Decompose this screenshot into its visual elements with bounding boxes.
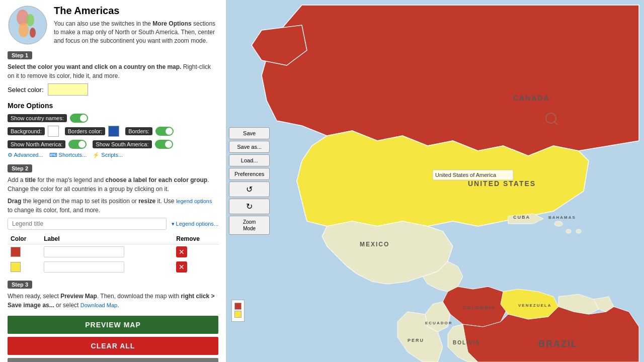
label-input-1[interactable] [44,246,124,257]
cuba-label: CUBA [513,215,530,220]
bahamas-path[interactable] [554,221,562,226]
borders-item: Borders: [125,127,174,136]
bolivia-label: BOLIVIA [453,340,480,345]
show-north-america-toggle[interactable] [68,140,87,149]
step2-instruction2: Drag the legend on the map to set its po… [8,197,218,215]
us-label: UNITED STATES [468,179,536,188]
color-cell-1 [8,244,41,260]
scripts-link[interactable]: ⚡ Scripts... [93,152,123,158]
remove-btn-2[interactable]: ✕ [176,261,187,273]
load-button[interactable]: Load... [229,154,270,166]
background-label: Background: [8,127,45,135]
table-row: ✕ [8,244,218,260]
save-upload-button[interactable]: SAVE – UPLOAD MAP CONFIGURATION [8,358,218,362]
col-label: Label [41,234,173,244]
haiti-path[interactable] [566,229,571,233]
remove-cell-1: ✕ [173,244,218,260]
preferences-button[interactable]: Preferences [229,168,270,180]
redo-button[interactable]: ↻ [229,199,270,214]
advanced-link[interactable]: ⚙ Advanced... [8,152,43,158]
color-select-label: Select color: [8,86,44,94]
more-options-section: More Options Show country names: Backgro… [8,102,218,158]
colombia-label: COLOMBIA [463,305,496,310]
label-input-2[interactable] [44,261,124,273]
shortcuts-link[interactable]: ⌨ Shortcuts... [49,152,87,158]
borders-toggle[interactable] [155,127,174,136]
step1-instruction: Select the color you want and click on a… [8,62,218,80]
legend-swatch-yellow [234,311,242,318]
preview-map-button[interactable]: PREVIEW MAP [8,316,218,334]
step2-badge: Step 2 [8,164,32,172]
background-item: Background: [8,126,59,137]
remove-cell-2: ✕ [173,259,218,275]
borders-color-label: Borders color: [65,127,105,135]
mexico-label: MEXICO [360,241,389,248]
color-table: Color Label Remove ✕ [8,234,218,275]
remove-btn-1[interactable]: ✕ [176,246,187,257]
borders-color-item: Borders color: [65,126,119,137]
show-north-america-label: Show North America: [8,140,65,148]
undo-button[interactable]: ↺ [229,182,270,197]
header-section: The Americas You can also use the switch… [8,5,218,45]
tooltip-text: United States of America [435,172,497,178]
color-picker[interactable] [48,83,88,96]
show-north-america-item: Show North America: [8,140,87,149]
show-country-names-toggle[interactable] [70,114,88,123]
table-row: ✕ [8,259,218,275]
bg-borders-row: Background: Borders color: Borders: [8,126,218,137]
brazil-label: BRAZIL [538,339,578,349]
dr-path[interactable] [576,229,581,233]
page-title: The Americas [54,5,218,17]
borders-color-btn[interactable] [108,126,119,137]
color-cell-2 [8,259,41,275]
country-names-row: Show country names: [8,114,218,123]
svg-point-4 [30,28,36,38]
left-panel: The Americas You can also use the switch… [0,0,226,362]
peru-label: PERU [408,338,424,343]
show-country-names-label: Show country names: [8,114,67,122]
zoom-mode-button[interactable]: ZoomMode [229,216,270,235]
legend-title-input[interactable] [8,218,167,230]
save-button[interactable]: Save [229,127,270,139]
show-south-america-item: Show South America: [93,140,173,149]
globe-icon [8,5,48,45]
borders-label: Borders: [125,127,152,135]
legend-item-yellow [234,311,242,318]
step2-instruction1: Add a title for the map's legend and cho… [8,175,218,194]
svg-point-3 [19,23,29,37]
legend-options-inline-link[interactable]: legend options [176,198,212,204]
americas-map[interactable]: CANADA UNITED STATES MEXICO CUBA BAHAMAS… [226,0,644,362]
canada-label: CANADA [513,94,550,102]
bahamas-label: BAHAMAS [548,215,576,220]
svg-point-2 [26,14,34,26]
step1-section: Step 1 Select the color you want and cli… [8,51,218,96]
background-color-btn[interactable] [48,126,59,137]
legend-options-link[interactable]: ▾ Legend options... [172,221,218,227]
map-side-buttons: Save Save as... Load... Preferences ↺ ↻ … [226,125,272,237]
legend-swatch-red [234,303,242,310]
step3-section: Step 3 When ready, select Preview Map. T… [8,281,218,310]
legend-title-row: ▾ Legend options... [8,218,218,230]
ecuador-label: ECUADOR [425,321,452,325]
map-legend[interactable] [231,300,245,322]
save-as-button[interactable]: Save as... [229,141,270,153]
north-south-row: Show North America: Show South America: [8,140,218,149]
color-select-row: Select color: [8,83,218,96]
svg-point-0 [9,6,47,44]
step1-badge: Step 1 [8,51,32,59]
download-map-link[interactable]: Download Map [80,302,117,308]
advanced-links-row: ⚙ Advanced... ⌨ Shortcuts... ⚡ Scripts..… [8,152,218,158]
show-south-america-toggle[interactable] [155,140,173,149]
col-remove: Remove [173,234,218,244]
color-swatch-red[interactable] [11,247,21,257]
color-swatch-yellow[interactable] [11,262,21,272]
more-options-title: More Options [8,102,218,110]
label-cell-1 [41,244,173,260]
header-description: You can also use the switches in the Mor… [54,20,218,45]
more-options-bold: More Options [152,20,191,27]
label-cell-2 [41,259,173,275]
legend-item-red [234,303,242,310]
clear-all-button[interactable]: CLEAR ALL [8,337,218,355]
venezuela-label: VENEZUELA [518,303,551,308]
step3-badge: Step 3 [8,281,32,289]
